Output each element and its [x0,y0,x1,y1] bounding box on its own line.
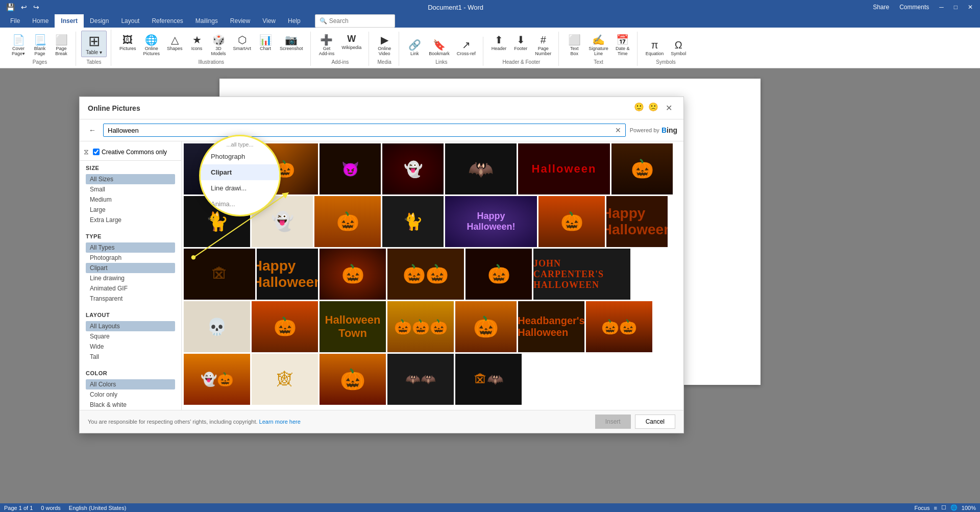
page-number-btn[interactable]: #PageNumber [532,33,554,57]
color-all[interactable]: All Colors [86,379,175,389]
header-btn[interactable]: ⬆Header [488,33,510,57]
dialog-back-btn[interactable]: ← [86,125,99,135]
cover-page-btn[interactable]: 📄CoverPage▾ [8,33,29,57]
insert-button[interactable]: Insert [595,415,631,429]
shapes-btn[interactable]: △Shapes [164,33,186,57]
online-video-btn[interactable]: ▶OnlineVideo [374,33,395,57]
signature-line-btn[interactable]: ✍SignatureLine [585,33,611,57]
tab-help[interactable]: Help [282,14,307,28]
popup-clipart[interactable]: Clipart [201,164,279,180]
cross-reference-btn[interactable]: ↗Cross-ref [454,38,479,57]
tab-mailings[interactable]: Mailings [189,14,224,28]
3d-models-btn[interactable]: 🎲3DModels [208,33,229,57]
type-animated-gif[interactable]: Animated GIF [86,283,175,294]
focus-btn[interactable]: Focus [914,505,929,511]
text-box-btn[interactable]: ⬜TextBox [564,33,584,57]
size-large[interactable]: Large [86,205,175,215]
zoom-level[interactable]: 100% [962,505,976,511]
layout-square[interactable]: Square [86,331,175,342]
image-item[interactable]: 🎃 [320,354,386,405]
popup-photograph[interactable]: Photograph [201,149,279,164]
read-mode-btn[interactable]: ≡ [934,505,937,511]
screenshot-btn[interactable]: 📷Screenshot [277,33,306,57]
image-item[interactable]: HappyHalloween [257,249,318,300]
cancel-button[interactable]: Cancel [635,415,675,429]
type-photograph[interactable]: Photograph [86,253,175,263]
image-item[interactable]: 🎃 [465,249,532,300]
blank-page-btn[interactable]: 📃BlankPage [30,33,50,57]
image-item[interactable]: HalloweenTown [320,301,386,352]
save-quick-btn[interactable]: 💾 [4,2,17,12]
tab-design[interactable]: Design [84,14,115,28]
icons-btn[interactable]: ★Icons [187,33,207,57]
equation-btn[interactable]: πEquation [643,38,667,57]
popup-line-drawing[interactable]: Line drawi... [201,180,279,196]
image-item[interactable]: HappyHalloween [606,196,668,247]
tab-home[interactable]: Home [26,14,55,28]
image-item[interactable]: 🦇 [445,143,517,194]
happy-icon[interactable]: 🙂 [634,102,644,114]
size-small[interactable]: Small [86,184,175,194]
image-item[interactable]: 🎃 [455,301,517,352]
get-addins-btn[interactable]: ➕GetAdd-ins [316,33,338,57]
layout-tall[interactable]: Tall [86,352,175,362]
maximize-btn[interactable]: □ [951,3,961,12]
ribbon-search-input[interactable] [329,17,390,25]
type-line-drawing[interactable]: Line drawing [86,273,175,283]
minimize-btn[interactable]: ─ [936,3,947,12]
tab-view[interactable]: View [256,14,282,28]
footer-btn[interactable]: ⬇Footer [510,33,531,57]
color-only[interactable]: Color only [86,389,175,400]
image-item[interactable]: 🕸 [252,354,318,405]
image-item[interactable]: JOHN CARPENTER'SHALLOWEEN [533,249,630,300]
learn-more-link[interactable]: Learn more here [259,419,301,425]
symbol-btn[interactable]: ΩSymbol [668,38,689,57]
print-layout-btn[interactable]: ☐ [941,504,946,511]
language[interactable]: English (United States) [69,505,127,511]
tab-insert[interactable]: Insert [55,14,84,28]
date-time-btn[interactable]: 📅Date &Time [612,33,633,57]
tab-file[interactable]: File [4,14,26,28]
page-break-btn[interactable]: ⬜PageBreak [51,33,71,57]
dialog-close-btn[interactable]: ✕ [663,102,675,114]
type-all-types[interactable]: All Types [86,242,175,253]
sad-icon[interactable]: 🙁 [648,102,658,114]
type-clipart[interactable]: Clipart [86,263,175,273]
image-item[interactable]: 🎃🎃🎃 [387,301,454,352]
search-clear-btn[interactable]: ✕ [615,126,621,134]
image-item[interactable]: 🎃 [538,196,605,247]
image-item[interactable]: HappyHalloween! [445,196,537,247]
image-item[interactable]: 👻🎃 [184,354,250,405]
image-item[interactable]: Halloween [518,143,610,194]
link-btn[interactable]: 🔗Link [404,38,425,57]
image-item[interactable]: 🦇🦇 [387,354,454,405]
image-item[interactable]: 😈 [320,143,381,194]
size-medium[interactable]: Medium [86,194,175,205]
image-item[interactable]: 🎃 [611,143,673,194]
wikipedia-btn[interactable]: WWikipedia [338,33,364,57]
comments-button[interactable]: Comments [896,3,932,12]
size-all-sizes[interactable]: All Sizes [86,174,175,184]
tab-references[interactable]: References [145,14,189,28]
image-item[interactable]: 🎃 [314,196,381,247]
layout-all[interactable]: All Layouts [86,321,175,331]
close-app-btn[interactable]: ✕ [965,3,976,12]
creative-commons-checkbox[interactable] [93,149,100,155]
undo-quick-btn[interactable]: ↩ [19,2,29,12]
word-count[interactable]: 0 words [41,505,61,511]
image-item[interactable]: Headbanger'sHalloween [518,301,584,352]
table-btn[interactable]: ⊞ Table ▾ [81,31,107,57]
color-black-white[interactable]: Black & white [86,400,175,410]
page-count[interactable]: Page 1 of 1 [4,505,33,511]
ribbon-search[interactable]: 🔍 [315,14,395,28]
search-input[interactable] [108,127,615,134]
image-item[interactable]: 🏚🦇 [455,354,522,405]
creative-commons-label[interactable]: Creative Commons only [93,149,167,156]
image-item[interactable]: 🎃🎃 [387,249,464,300]
filter-icon[interactable]: ⧖ [84,148,89,156]
image-item[interactable]: 🏚 [184,249,255,300]
image-item[interactable]: 🐈 [382,196,444,247]
chart-btn[interactable]: 📊Chart [255,33,276,57]
image-item[interactable]: 🎃 [252,301,318,352]
layout-wide[interactable]: Wide [86,342,175,352]
